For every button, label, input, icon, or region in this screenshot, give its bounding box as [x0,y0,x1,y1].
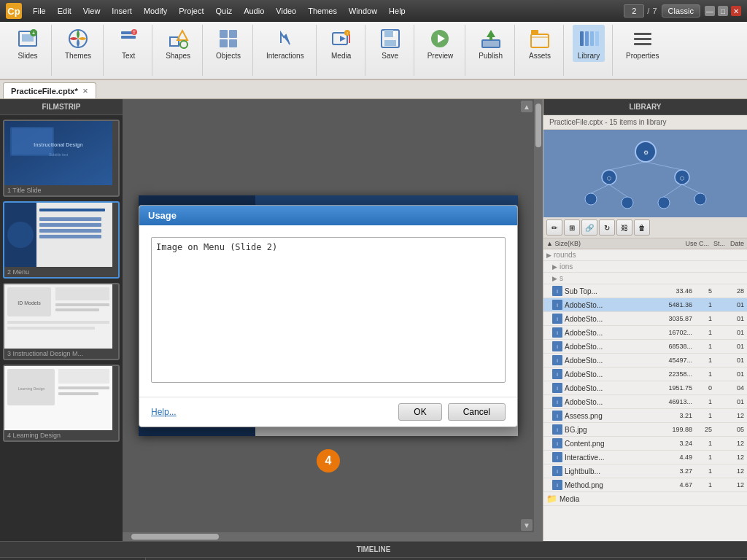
lib-row-adobesto-8[interactable]: i AdobeSto... 46913... 1 01 [543,395,747,409]
svg-rect-34 [580,31,584,46]
slide-thumb-4[interactable]: Learning Design 4 Learning Design [3,365,120,442]
svg-rect-24 [384,40,396,46]
dialog-help-link[interactable]: Help... [151,407,177,417]
lib-row-adobesto-1[interactable]: i AdobeSto... 5481.36 1 01 [543,298,747,312]
canvas-hscrollbar[interactable] [123,532,543,541]
tab-close-button[interactable]: ✕ [82,88,88,95]
usage-dialog: Usage Image on Menu (Slide 2) Help... OK [139,205,518,427]
maximize-button[interactable]: □ [718,6,728,16]
scroll-down-btn[interactable]: ▼ [521,519,533,531]
lib-grid-btn[interactable]: ⊞ [564,219,580,236]
lib-row-subtop[interactable]: i Sub Top... 33.46 5 28 [543,284,747,298]
lib-adobesto1-use: 1 [694,301,712,308]
canvas-inner: ▲ Main Menu [123,99,543,532]
close-button[interactable]: ✕ [731,6,741,16]
lib-adobesto3-name: AdobeSto... [565,329,659,337]
menu-bar[interactable]: File Edit View Insert Modify Project Qui… [28,5,411,17]
ribbon-btn-text[interactable]: T Text [112,25,144,62]
lib-row-bg[interactable]: i BG.jpg 199.88 25 05 [543,423,747,437]
dialog-cancel-button[interactable]: Cancel [448,403,506,421]
menu-project[interactable]: Project [174,5,209,17]
ribbon-btn-publish[interactable]: Publish [474,25,507,62]
lib-row-adobesto-6[interactable]: i AdobeSto... 22358... 1 01 [543,368,747,381]
lib-row-interactive[interactable]: i Interactive... 4.49 1 12 [543,451,747,464]
tab-practicefile[interactable]: PracticeFile.cptx* ✕ [3,82,96,98]
menu-insert[interactable]: Insert [107,5,137,17]
menu-quiz[interactable]: Quiz [211,5,238,17]
canvas-vscrollbar[interactable] [534,99,543,532]
ribbon-btn-themes[interactable]: Themes [61,25,96,62]
lib-adobesto1-date: 01 [728,301,744,308]
theme-selector[interactable]: Classic [662,4,700,18]
page-total: 7 [652,7,657,15]
menu-help[interactable]: Help [384,5,411,17]
menu-edit[interactable]: Edit [53,5,77,17]
lib-chain-btn[interactable]: ⛓ [616,219,632,236]
canvas-wrapper: ▲ Main Menu [123,99,543,541]
slide-thumb-1[interactable]: Instructional Design Subtitle text 1 Tit… [3,120,120,197]
vscroll-thumb[interactable] [535,104,541,147]
ribbon-group-slides: + Slides [4,25,52,76]
title-bar-left: Cp File Edit View Insert Modify Project … [6,3,411,19]
lib-adobesto3-size: 16702... [662,329,692,336]
lib-adobesto6-use: 1 [694,370,712,378]
lib-adobesto7-use: 0 [694,384,712,392]
objects-label: Objects [216,52,241,60]
lib-row-assess[interactable]: i Assess.png 3.21 1 12 [543,409,747,423]
library-header: LIBRARY [543,99,747,115]
lib-bg-icon: i [552,424,562,435]
menu-window[interactable]: Window [344,5,382,17]
ribbon-btn-shapes[interactable]: Shapes [161,25,195,62]
ribbon-btn-save[interactable]: Save [374,25,406,62]
lib-folder-media[interactable]: 📁 Media [543,492,747,506]
lib-row-adobesto-4[interactable]: i AdobeSto... 68538... 1 01 [543,340,747,354]
lib-subtop-size: 33.46 [662,287,692,295]
ribbon-btn-properties[interactable]: Properties [622,25,664,62]
lib-link-btn[interactable]: 🔗 [581,219,597,236]
lib-row-content[interactable]: i Content.png 3.24 1 12 [543,437,747,451]
lib-row-method[interactable]: i Method.png 4.67 1 12 [543,478,747,492]
save-icon [379,27,402,50]
lib-row-lightbulb[interactable]: i Lightbulb... 3.27 1 12 [543,464,747,478]
lib-row-adobesto-3[interactable]: i AdobeSto... 16702... 1 01 [543,326,747,340]
lib-row-s-expand: ▶ [552,275,557,282]
lib-interactive-icon: i [552,452,562,462]
lib-row-adobesto-5[interactable]: i AdobeSto... 45497... 1 01 [543,354,747,368]
scroll-up-btn[interactable]: ▲ [521,101,533,112]
menu-video[interactable]: Video [271,5,301,17]
hscroll-thumb[interactable] [131,534,219,540]
svg-text:T: T [133,30,136,35]
svg-text:⬡: ⬡ [680,176,684,181]
menu-file[interactable]: File [28,5,51,17]
title-bar: Cp File Edit View Insert Modify Project … [0,0,747,22]
page-current-input[interactable]: 2 [624,4,644,18]
svg-rect-14 [220,39,228,47]
slide-thumb-3[interactable]: ID Models 3 Instructional Design M... [3,283,120,360]
title-bar-right: 2 / 7 Classic — □ ✕ [624,4,741,18]
ribbon-btn-objects[interactable]: Objects [212,25,245,62]
menu-view[interactable]: View [78,5,106,17]
ribbon-btn-interactions[interactable]: Interactions [262,25,309,62]
lib-refresh-btn[interactable]: ↻ [599,219,615,236]
lib-pencil-btn[interactable]: ✏ [546,219,562,236]
ribbon-btn-library[interactable]: Library [573,25,605,62]
lib-trash-btn[interactable]: 🗑 [634,219,650,236]
lib-row-adobesto-7[interactable]: i AdobeSto... 1951.75 0 04 [543,381,747,395]
ribbon-btn-media[interactable]: ! Media [325,25,357,62]
ribbon-btn-slides[interactable]: + Slides [12,25,44,62]
slide-thumb-2[interactable]: 2 Menu [3,201,120,279]
minimize-button[interactable]: — [705,6,715,16]
menu-audio[interactable]: Audio [239,5,269,17]
dialog-ok-button[interactable]: OK [398,403,441,421]
dialog-content: Image on Menu (Slide 2) [139,225,517,397]
menu-modify[interactable]: Modify [139,5,172,17]
lib-adobesto2-use: 1 [694,315,712,322]
dialog-text-area[interactable]: Image on Menu (Slide 2) [151,237,506,383]
menu-themes[interactable]: Themes [303,5,342,17]
lib-row-adobesto-2[interactable]: i AdobeSto... 3035.87 1 01 [543,312,747,326]
col-st-header: St... [711,240,725,247]
ribbon-btn-assets[interactable]: Assets [524,25,556,62]
lib-subtop-use: 5 [694,287,712,295]
slide-4-label: 4 Learning Design [4,430,118,440]
ribbon-btn-preview[interactable]: Preview [423,25,458,62]
